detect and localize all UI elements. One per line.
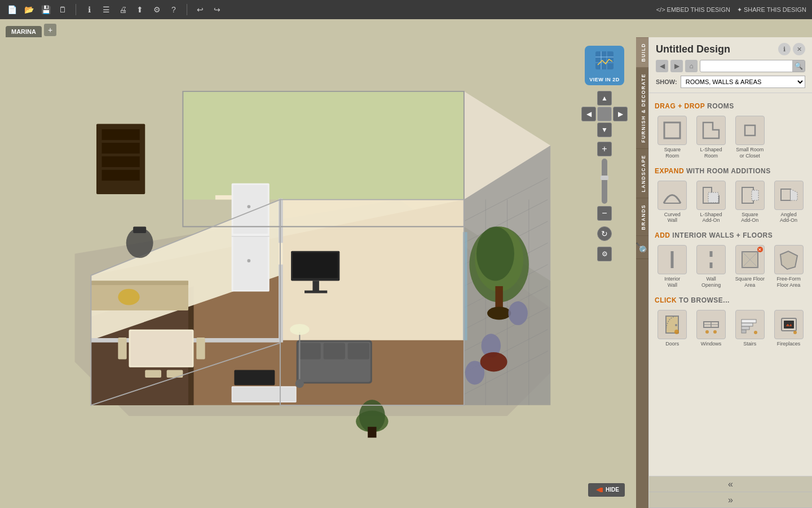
windows-icon xyxy=(696,310,726,339)
tab-search[interactable]: 🔍 xyxy=(636,236,648,259)
svg-rect-53 xyxy=(324,343,345,360)
interior-highlight: ADD xyxy=(655,231,670,239)
share-button[interactable]: ✦ SHARE THIS DESIGN xyxy=(737,6,806,14)
item-square-room[interactable]: SquareRoom xyxy=(655,115,690,160)
hide-button[interactable]: HIDE xyxy=(588,483,625,497)
svg-point-33 xyxy=(118,289,139,305)
interior-normal: INTERIOR WALLS + FLOORS xyxy=(672,231,773,239)
zoom-out-button[interactable]: − xyxy=(597,206,612,221)
rooms-grid: SquareRoom L-ShapedRoom xyxy=(655,115,806,160)
svg-rect-64 xyxy=(495,286,502,308)
back-button[interactable]: ◀ xyxy=(656,60,668,72)
canvas-area[interactable]: VIEW IN 2D ▲ ◀ ▶ ▼ + xyxy=(0,37,636,508)
nav-left-button[interactable]: ◀ xyxy=(581,107,596,121)
fireplaces-icon xyxy=(774,310,804,339)
item-windows[interactable]: Windows xyxy=(694,309,729,348)
item-square-addon[interactable]: SquareAdd-On xyxy=(732,179,768,225)
info-icon[interactable]: ℹ xyxy=(83,3,95,16)
l-shaped-addon-label: L-ShapedAdd-On xyxy=(700,212,722,224)
item-angled-addon[interactable]: AngledAdd-On xyxy=(771,179,806,225)
active-tab[interactable]: MARINA xyxy=(6,26,42,37)
doors-label: Doors xyxy=(665,341,679,347)
tab-build[interactable]: BUILD xyxy=(636,37,648,68)
browse-header: CLICK TO BROWSE... xyxy=(655,296,806,304)
svg-rect-83 xyxy=(664,122,680,138)
new-file-icon[interactable]: 📄 xyxy=(6,3,18,16)
search-submit-button[interactable]: 🔍 xyxy=(792,60,805,72)
add-tab-button[interactable]: + xyxy=(44,24,56,36)
svg-rect-32 xyxy=(91,281,188,285)
svg-rect-56 xyxy=(233,387,295,401)
nav-right-button[interactable]: ▶ xyxy=(613,107,628,121)
redo-icon[interactable]: ↪ xyxy=(211,3,223,16)
collapse-down-button[interactable]: » xyxy=(649,492,812,508)
svg-point-97 xyxy=(674,330,679,334)
wall-opening-icon xyxy=(696,245,726,274)
item-curved-wall[interactable]: CurvedWall xyxy=(655,179,690,225)
tab-landscape[interactable]: LANDSCAPE xyxy=(636,149,648,198)
item-stairs[interactable]: Stairs xyxy=(732,309,768,348)
item-small-room[interactable]: Small Roomor Closet xyxy=(732,115,768,160)
save-icon[interactable]: 💾 xyxy=(39,3,52,16)
home-button[interactable]: ⌂ xyxy=(685,60,698,72)
item-square-floor-area[interactable]: ✕ Square FloorArea xyxy=(732,244,768,290)
print-icon[interactable]: 🖨 xyxy=(117,3,129,16)
zoom-thumb[interactable] xyxy=(601,176,608,180)
svg-point-45 xyxy=(247,259,250,262)
nav-up-button[interactable]: ▲ xyxy=(597,91,612,106)
save-as-icon[interactable]: 🗒 xyxy=(56,3,69,16)
square-floor-area-icon: ✕ xyxy=(735,245,765,274)
zoom-slider[interactable] xyxy=(602,159,607,204)
svg-rect-49 xyxy=(304,291,327,294)
camera-settings-button[interactable]: ⚙ xyxy=(597,247,612,261)
item-doors[interactable]: Doors xyxy=(655,309,690,348)
item-freeform-floor-area[interactable]: Free-FormFloor Area xyxy=(771,244,806,290)
nav-down-button[interactable]: ▼ xyxy=(597,122,612,137)
item-interior-wall[interactable]: InteriorWall xyxy=(655,244,690,290)
tab-furnish[interactable]: FURNISH & DECORATE xyxy=(636,68,648,149)
browse-grid: Doors Windows xyxy=(655,309,806,348)
toolbar: 📄 📂 💾 🗒 ℹ ☰ 🖨 ⬆ ⚙ ? ↩ ↪ </> EMBED THIS D… xyxy=(0,0,812,19)
right-panel: BUILD FURNISH & DECORATE LANDSCAPE BRAND… xyxy=(636,37,812,508)
collapse-up-button[interactable]: « xyxy=(649,476,812,492)
interior-header: ADD INTERIOR WALLS + FLOORS xyxy=(655,231,806,239)
svg-point-59 xyxy=(290,324,310,335)
item-wall-opening[interactable]: WallOpening xyxy=(694,244,729,290)
svg-point-44 xyxy=(247,205,250,208)
list-icon[interactable]: ☰ xyxy=(100,3,112,16)
svg-point-60 xyxy=(295,379,304,388)
tab-brands[interactable]: BRANDS xyxy=(636,199,648,236)
sidebar-header: Untitled Design ℹ ✕ ◀ ▶ ⌂ 🔍 SH xyxy=(649,37,812,93)
settings-icon[interactable]: ⚙ xyxy=(151,3,163,16)
svg-rect-37 xyxy=(196,338,205,359)
svg-point-63 xyxy=(476,227,514,281)
embed-button[interactable]: </> EMBED THIS DESIGN xyxy=(656,6,730,13)
item-l-shaped-addon[interactable]: L-ShapedAdd-On xyxy=(694,179,729,225)
undo-icon[interactable]: ↩ xyxy=(194,3,206,16)
search-input[interactable] xyxy=(700,63,792,69)
item-l-shaped-room[interactable]: L-ShapedRoom xyxy=(694,115,729,160)
svg-rect-36 xyxy=(118,338,126,359)
svg-rect-109 xyxy=(784,321,794,329)
rotate-button[interactable]: ↻ xyxy=(597,226,612,241)
show-select[interactable]: ROOMS, WALLS & AREAS xyxy=(681,76,805,88)
browse-highlight: CLICK xyxy=(655,296,677,304)
close-title-button[interactable]: ✕ xyxy=(793,43,805,55)
info-title-button[interactable]: ℹ xyxy=(778,43,791,55)
small-room-label: Small Roomor Closet xyxy=(736,147,764,159)
drag-drop-header: DRAG + DROP ROOMS xyxy=(655,102,806,110)
help-icon[interactable]: ? xyxy=(167,3,180,16)
svg-rect-106 xyxy=(742,319,756,323)
svg-rect-77 xyxy=(133,227,146,234)
item-fireplaces[interactable]: Fireplaces xyxy=(771,309,806,348)
interior-grid: InteriorWall WallOpening xyxy=(655,244,806,290)
angled-addon-label: AngledAdd-On xyxy=(780,212,797,224)
view-in-2d-button[interactable]: VIEW IN 2D xyxy=(585,46,624,85)
svg-rect-105 xyxy=(742,323,753,326)
export-icon[interactable]: ⬆ xyxy=(134,3,146,16)
open-file-icon[interactable]: 📂 xyxy=(23,3,35,16)
forward-button[interactable]: ▶ xyxy=(670,60,683,72)
interior-wall-icon xyxy=(657,245,687,274)
zoom-in-button[interactable]: + xyxy=(597,142,612,156)
svg-rect-28 xyxy=(102,143,140,154)
